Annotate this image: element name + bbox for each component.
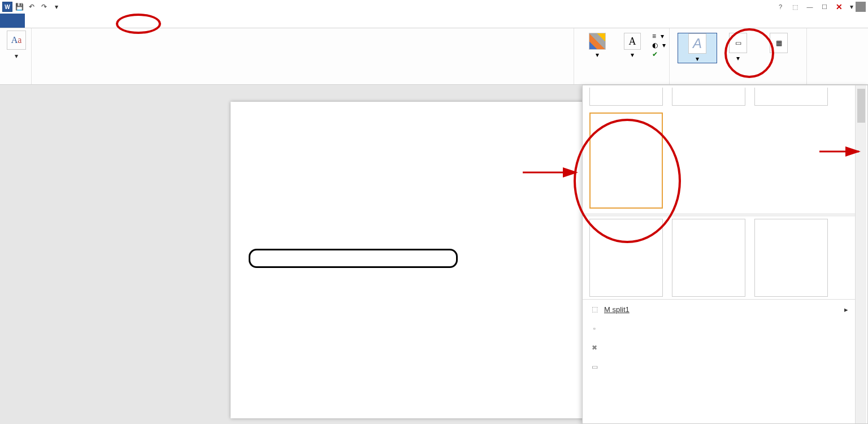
set-default-button[interactable]: ✔ — [652, 50, 666, 58]
themes-button[interactable]: Aa ▾ — [3, 31, 29, 75]
tab-references[interactable] — [106, 14, 127, 28]
annotation-description-box — [249, 249, 458, 268]
watermark-item-sample[interactable] — [754, 219, 828, 297]
watermark-item-draft-1[interactable] — [589, 219, 663, 297]
close-icon[interactable]: ✕ — [833, 1, 845, 12]
tab-page-layout[interactable] — [86, 14, 106, 28]
tab-home[interactable] — [25, 14, 45, 28]
word-icon: W — [2, 2, 12, 12]
colors-icon — [589, 33, 606, 50]
checkmark-icon: ✔ — [652, 50, 658, 58]
tab-insert[interactable] — [45, 14, 66, 28]
scrollbar-thumb[interactable] — [857, 89, 865, 123]
chevron-right-icon: ▸ — [844, 305, 848, 314]
tab-mailings[interactable] — [127, 14, 147, 28]
style-gallery[interactable] — [35, 31, 570, 73]
help-icon[interactable]: ? — [774, 1, 787, 12]
paragraph-spacing-button[interactable]: ≡ ▾ — [652, 32, 666, 40]
save-gallery-icon: ▭ — [589, 362, 600, 372]
watermark-item-do-not-copy-1[interactable] — [754, 88, 828, 108]
save-selection-menu-item: ▭ — [583, 357, 855, 377]
page-borders-icon: ▦ — [770, 33, 788, 53]
watermark-button[interactable]: A ▾ — [678, 33, 717, 63]
watermark-menu: ⬚ M split1 ▸ ▫ ✖ ▭ — [583, 299, 855, 377]
avatar — [856, 2, 866, 12]
watermark-row-confidential — [583, 85, 855, 110]
custom-watermark-menu-item[interactable]: ▫ — [583, 319, 855, 338]
remove-watermark-menu-item[interactable]: ✖ — [583, 338, 855, 357]
watermark-item-draft-2[interactable] — [672, 219, 745, 297]
title-bar: W 💾 ↶ ↷ ▾ ? ⬚ — ☐ ✕ ▾ — [0, 0, 868, 14]
watermark-scrollbar[interactable] — [855, 85, 866, 423]
ribbon-tabs — [0, 14, 868, 28]
page-color-button[interactable]: ▭ ▾ — [718, 33, 758, 63]
minimize-icon[interactable]: — — [804, 1, 816, 12]
fonts-icon: A — [624, 33, 641, 50]
tab-design[interactable] — [66, 14, 86, 28]
user-chip[interactable]: ▾ — [848, 2, 866, 12]
quick-access-toolbar: W 💾 ↶ ↷ ▾ — [0, 1, 62, 12]
ribbon-display-icon[interactable]: ⬚ — [789, 1, 801, 12]
remove-watermark-icon: ✖ — [589, 343, 600, 353]
watermark-item-do-not-copy-2[interactable] — [589, 113, 663, 211]
effects-button[interactable]: ◐ ▾ — [652, 41, 666, 49]
save-icon[interactable]: 💾 — [14, 1, 25, 12]
ribbon: Aa ▾ ▾ A ▾ ≡ ▾ ◐ ▾ ✔ A — [0, 28, 868, 85]
tab-view[interactable] — [167, 14, 188, 28]
doc-formatting-label — [35, 82, 570, 83]
watermark-row-donotcopy — [583, 110, 855, 213]
tab-file[interactable] — [0, 14, 25, 28]
undo-icon[interactable]: ↶ — [26, 1, 37, 12]
maximize-icon[interactable]: ☐ — [818, 1, 831, 12]
watermark-row-disclaimers — [583, 217, 855, 299]
redo-icon[interactable]: ↷ — [38, 1, 50, 12]
themes-icon: Aa — [7, 31, 26, 50]
more-watermarks-menu-item[interactable]: ⬚ M split1 ▸ — [583, 300, 855, 319]
watermark-item-confidential-1[interactable] — [589, 88, 663, 108]
watermark-icon: A — [688, 33, 706, 54]
watermark-gallery-panel: ⬚ M split1 ▸ ▫ ✖ ▭ — [582, 85, 868, 424]
qat-dropdown-icon[interactable]: ▾ — [51, 1, 62, 12]
custom-watermark-icon: ▫ — [589, 323, 600, 334]
paragraph-spacing-icon: ≡ — [652, 32, 656, 40]
office-icon: ⬚ — [589, 304, 600, 314]
colors-button[interactable]: ▾ — [582, 33, 613, 81]
tab-review[interactable] — [147, 14, 167, 28]
fonts-button[interactable]: A ▾ — [617, 33, 648, 81]
effects-icon: ◐ — [652, 41, 658, 49]
page-color-icon: ▭ — [729, 33, 747, 53]
watermark-item-confidential-2[interactable] — [672, 88, 745, 108]
page-borders-button[interactable]: ▦ — [759, 33, 798, 63]
